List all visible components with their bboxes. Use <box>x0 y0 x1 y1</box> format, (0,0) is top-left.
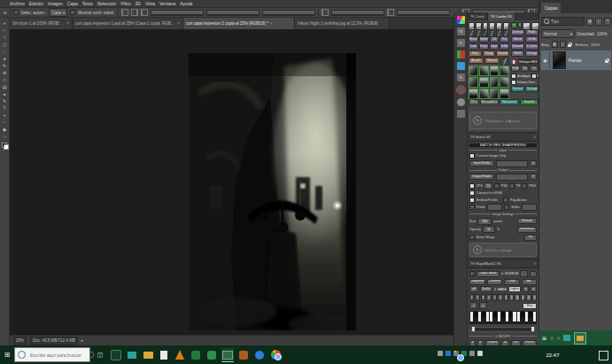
combo-button[interactable]: Fade <box>525 29 538 35</box>
tray-arrow-icon[interactable] <box>438 351 443 356</box>
layer-row-fondo[interactable]: ◉ Fondo <box>541 50 611 70</box>
pen-tool-icon[interactable]: ✎ <box>3 98 6 104</box>
input-folder-field[interactable] <box>496 160 528 167</box>
fill-value[interactable]: 100% <box>591 43 600 47</box>
lock-transparent-icon[interactable]: ▦ <box>552 41 558 48</box>
zone-button[interactable]: 2 <box>475 294 479 301</box>
mask-thumb[interactable] <box>479 89 489 99</box>
brush-tool-icon[interactable]: ✎ <box>3 63 6 68</box>
menu-ayuda[interactable]: Ayuda <box>180 1 192 6</box>
start-icon[interactable]: ⊞ <box>542 335 546 341</box>
mask-thumb[interactable] <box>469 66 478 76</box>
chevron-right-icon[interactable]: ▸ <box>531 286 537 292</box>
layer-mask-button[interactable]: Layer Mask <box>476 271 500 277</box>
combo-button[interactable]: 8-Bit <box>500 43 509 50</box>
source-target-icon[interactable] <box>530 271 537 277</box>
menu-capa[interactable]: Capa <box>67 1 78 6</box>
source-slider[interactable] <box>520 270 528 277</box>
layer-thumbnail[interactable] <box>553 51 566 69</box>
align-top-icon[interactable] <box>151 10 204 16</box>
distribute-icon[interactable] <box>397 10 450 16</box>
prefix-checkbox[interactable] <box>469 205 475 210</box>
paint-icon[interactable] <box>500 58 509 66</box>
render-checkbox[interactable] <box>531 74 537 79</box>
app-icon-green-1[interactable] <box>190 348 202 361</box>
combo-button[interactable]: Tonado <box>496 50 509 57</box>
grunge-button[interactable]: Grunge <box>525 86 538 92</box>
document-tab[interactable]: con capa impresion 1.psd al 25% (Capa 1 … <box>73 18 183 29</box>
tk-batch-header[interactable]: TK Batch V6≡ <box>468 132 538 142</box>
tk-panel-icon[interactable]: TK <box>457 27 465 35</box>
menu-icon[interactable]: ≡ <box>534 261 536 266</box>
task-view-icon[interactable]: ◫ <box>94 348 106 361</box>
bit-button[interactable]: 16 <box>521 66 530 72</box>
zoom-100-button[interactable]: 100% <box>518 22 522 28</box>
auto-select-checkbox[interactable] <box>13 10 19 15</box>
combo-button[interactable]: Grunge <box>525 50 538 57</box>
tif-checkbox[interactable] <box>509 183 515 189</box>
chevron-left-icon[interactable]: ◂ <box>523 286 529 292</box>
zone-button[interactable]: 3 <box>481 294 485 301</box>
luminance-piano-strip[interactable] <box>469 311 537 324</box>
combo-button[interactable]: Contrast <box>511 29 524 35</box>
tab-capas[interactable]: Capas <box>541 3 561 13</box>
combo-button[interactable]: Super <box>490 43 500 50</box>
taskbar-clock[interactable]: 22:47 <box>531 347 574 362</box>
combo-button[interactable]: Lum <box>469 43 478 50</box>
input-folder-button[interactable]: Input Folder <box>469 160 494 167</box>
zone-minus[interactable]: ◂ <box>469 302 477 309</box>
mask-thumb[interactable] <box>479 77 489 88</box>
canvas-area[interactable] <box>10 29 453 335</box>
vertical-button[interactable]: Vertical <box>511 86 524 92</box>
batch-message[interactable]: ↻ Click for settings <box>469 243 537 257</box>
close-doc-button[interactable]: ✕ <box>511 22 517 28</box>
zone-button[interactable]: 4 <box>521 294 525 301</box>
filter-pixel-icon[interactable]: ▦ <box>586 18 593 26</box>
eyedropper-tool-icon[interactable]: ○ <box>3 49 5 54</box>
mask-thumb[interactable] <box>490 66 500 76</box>
output-folder-field[interactable] <box>496 174 528 181</box>
align-right-icon[interactable] <box>141 9 148 16</box>
combo-button[interactable]: Stencil <box>484 58 500 64</box>
zone-plus[interactable]: ▸ <box>479 302 487 309</box>
combo-button[interactable]: Vesg <box>483 50 496 57</box>
status-arrow-icon[interactable]: ▸ <box>81 338 83 343</box>
opacity-value[interactable]: 100% <box>597 32 608 36</box>
autoapply-checkbox[interactable] <box>511 74 516 79</box>
combo-message[interactable]: ↻ Click para ir a Ajustes <box>469 112 537 129</box>
channels-panel-icon[interactable] <box>457 50 465 58</box>
mask-thumb[interactable] <box>490 89 500 99</box>
align-bottom-icon[interactable] <box>262 10 315 16</box>
search-input[interactable] <box>28 352 87 359</box>
mail-icon[interactable] <box>563 335 570 341</box>
menu-seleccion[interactable]: Selección <box>97 1 117 6</box>
jpg-quality-field[interactable]: 10 <box>484 182 492 190</box>
combo-button[interactable]: Acrylic <box>469 58 484 64</box>
lock-position-icon[interactable]: + <box>560 41 566 48</box>
document-tab[interactable]: Sin título-1 al 100% (RGB/8) *× <box>10 18 73 29</box>
menu-3d[interactable]: 3D <box>136 1 141 6</box>
menu-archivo[interactable]: Archivo <box>10 1 25 6</box>
color-wheel-icon[interactable] <box>457 16 465 24</box>
zoom-tool-icon[interactable]: ○ <box>3 134 5 139</box>
lasso-tool-icon[interactable]: ≈ <box>4 35 6 40</box>
start-button[interactable]: ⊞ <box>0 345 14 364</box>
visibility-eye-icon[interactable]: ◉ <box>541 51 550 69</box>
menu-imagen[interactable]: Imagen <box>48 1 63 6</box>
combo-button[interactable]: 16-Bit <box>525 36 538 43</box>
fb-button[interactable]: FB <box>524 235 537 241</box>
color-button[interactable]: Color <box>504 279 520 285</box>
zone-button[interactable]: 3 <box>515 294 519 301</box>
mask-thumb[interactable] <box>479 66 489 76</box>
blend-mode-dropdown[interactable]: Normal▾ <box>541 29 575 38</box>
tray-chrome-icon[interactable] <box>453 351 459 356</box>
combo-button[interactable]: Ctl <box>490 36 500 43</box>
file-explorer-icon-active[interactable] <box>574 332 586 345</box>
dodge-tool-icon[interactable]: ● <box>3 91 5 97</box>
distribute-icon[interactable] <box>387 9 394 16</box>
app-icon-store[interactable] <box>110 348 122 361</box>
zone-button[interactable]: 6 <box>532 294 537 301</box>
zoom-level[interactable]: 25% <box>13 337 27 345</box>
color-swatches[interactable] <box>2 143 8 148</box>
shape-tool-icon[interactable]: ▫ <box>4 120 5 125</box>
